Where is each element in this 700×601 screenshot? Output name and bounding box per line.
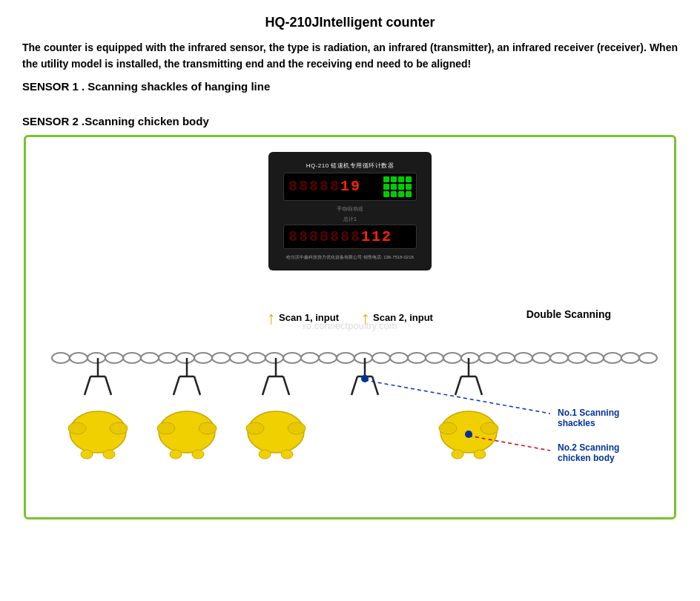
svg-point-49 (192, 450, 204, 459)
svg-point-31 (604, 353, 621, 363)
svg-point-6 (159, 353, 176, 363)
diagram-container: ro.connectpoultry.com 天线 HQ-210 链速机专用循环计… (24, 135, 676, 519)
svg-point-42 (110, 422, 128, 434)
led-digits-2: 8888888112 (288, 228, 412, 245)
svg-point-3 (105, 353, 123, 363)
svg-point-11 (248, 353, 265, 363)
scan2-arrow-icon: ↑ (361, 308, 370, 328)
svg-point-58 (281, 450, 293, 459)
scan1-arrow-icon: ↑ (267, 308, 276, 328)
led-digits-1: 8888819 (288, 178, 379, 195)
svg-point-9 (212, 353, 230, 363)
svg-line-54 (262, 376, 268, 395)
svg-point-5 (141, 353, 159, 363)
intro-text: The counter is equipped with the infrare… (22, 39, 678, 73)
svg-point-0 (52, 353, 70, 363)
svg-point-4 (123, 353, 141, 363)
led-display-1: 8888819 (283, 173, 417, 201)
svg-point-50 (157, 422, 175, 434)
svg-text:No.2 Scanning: No.2 Scanning (558, 442, 619, 453)
scan1-text: Scan 1, input (279, 312, 339, 323)
svg-point-29 (568, 353, 586, 363)
double-scanning-label: Double Scanning (526, 308, 611, 321)
svg-point-57 (259, 450, 271, 459)
device-box: HQ-210 链速机专用循环计数器 8888819 手动/自动送 总计1 888… (268, 152, 432, 270)
svg-point-71 (474, 450, 486, 459)
svg-point-24 (479, 353, 497, 363)
svg-point-28 (550, 353, 568, 363)
svg-line-64 (372, 376, 378, 395)
svg-point-30 (586, 353, 604, 363)
svg-point-17 (354, 353, 372, 363)
scan2-group: ↑ Scan 2, input (361, 308, 433, 328)
scan2-text: Scan 2, input (373, 312, 433, 323)
svg-point-16 (337, 353, 354, 363)
shackle-2 (157, 358, 217, 459)
svg-point-1 (70, 353, 88, 363)
svg-point-23 (461, 353, 479, 363)
led-display-2: 8888888112 (283, 225, 417, 249)
shackle-3 (246, 358, 306, 459)
shackle-1 (68, 358, 128, 459)
device-label-top: HQ-210 链速机专用循环计数器 (306, 162, 394, 170)
device-area: 天线 HQ-210 链速机专用循环计数器 8888819 (37, 152, 663, 300)
sensor2-label: SENSOR 2 .Scanning chicken body (22, 115, 678, 127)
svg-point-14 (301, 353, 319, 363)
svg-point-27 (532, 353, 550, 363)
illustration-svg: No.1 Scanning shackles No.2 Scanning chi… (37, 336, 663, 506)
svg-point-40 (103, 450, 115, 459)
svg-line-36 (85, 376, 90, 395)
svg-point-19 (390, 353, 408, 363)
svg-line-67 (455, 376, 461, 395)
sensor1-label: SENSOR 1 . Scanning shackles of hanging … (22, 80, 678, 93)
svg-point-20 (408, 353, 426, 363)
svg-line-37 (105, 376, 111, 395)
svg-point-2 (88, 353, 105, 363)
scan-labels-row: ↑ Scan 1, input ↑ Scan 2, input Double S… (37, 308, 663, 328)
svg-point-8 (194, 353, 212, 363)
page-title: HQ-210JIntelligent counter (22, 15, 678, 30)
svg-point-12 (265, 353, 283, 363)
svg-point-32 (621, 353, 639, 363)
svg-line-46 (194, 376, 200, 395)
svg-line-63 (351, 376, 357, 395)
svg-line-45 (174, 376, 179, 395)
svg-point-21 (426, 353, 443, 363)
svg-point-33 (639, 353, 657, 363)
svg-text:chicken body: chicken body (558, 453, 615, 463)
svg-point-18 (372, 353, 390, 363)
device-sublabel-1: 手动/自动送 (337, 205, 364, 213)
svg-point-60 (288, 422, 306, 434)
svg-point-73 (481, 422, 498, 434)
svg-point-22 (443, 353, 461, 363)
shackle-5 (439, 358, 498, 459)
svg-point-39 (81, 450, 93, 459)
svg-point-13 (283, 353, 301, 363)
svg-point-41 (68, 422, 86, 434)
svg-point-25 (497, 353, 515, 363)
svg-point-15 (319, 353, 337, 363)
svg-point-76 (361, 375, 369, 382)
svg-point-10 (230, 353, 248, 363)
svg-text:shackles: shackles (558, 418, 595, 428)
svg-point-51 (199, 422, 217, 434)
chain-line (52, 353, 657, 363)
green-dots (383, 176, 412, 197)
conveyor-illustration: No.1 Scanning shackles No.2 Scanning chi… (37, 336, 663, 506)
svg-point-72 (439, 422, 457, 434)
svg-line-68 (476, 376, 482, 395)
device-bottom-label: 哈尔滨中鑫科技协力优化设备有限公司 销售电话: 136-7518-0218 (286, 254, 414, 261)
svg-point-70 (452, 450, 463, 459)
svg-line-55 (283, 376, 289, 395)
svg-point-48 (170, 450, 182, 459)
device-sublabel-2: 总计1 (343, 216, 357, 223)
svg-point-59 (246, 422, 264, 434)
svg-point-7 (176, 353, 194, 363)
svg-text:No.1 Scanning: No.1 Scanning (558, 408, 619, 418)
svg-point-77 (465, 431, 472, 438)
scan1-group: ↑ Scan 1, input (267, 308, 339, 328)
svg-point-26 (515, 353, 532, 363)
